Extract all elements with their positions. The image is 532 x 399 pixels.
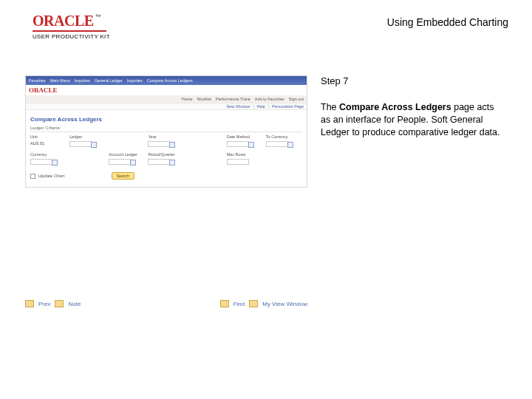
nav-item: General Ledger bbox=[95, 78, 123, 83]
brand-rule bbox=[33, 30, 106, 32]
update-chart-checkbox[interactable] bbox=[30, 174, 35, 179]
search-button[interactable]: Search bbox=[112, 172, 134, 180]
currency-input[interactable] bbox=[266, 141, 288, 147]
brand-word: ORACLE bbox=[33, 13, 94, 29]
step-label: Step 7 bbox=[321, 75, 504, 86]
desc-before: The bbox=[321, 102, 339, 112]
field-label: Period/Quarter bbox=[148, 152, 184, 157]
nav-item: Favorites bbox=[29, 78, 46, 83]
prev-label: Prev bbox=[38, 301, 50, 307]
peoplesoft-screenshot: Favorites Main Menu Inquiries General Le… bbox=[25, 75, 307, 188]
trademark-icon: ™ bbox=[95, 13, 101, 20]
note-icon[interactable] bbox=[55, 300, 64, 307]
subnav-item: Home bbox=[182, 97, 193, 101]
field-label: Date Method bbox=[227, 134, 263, 139]
step-description: The Compare Across Ledgers page acts as … bbox=[321, 101, 504, 139]
player-nav: Prev Note Find My View Window bbox=[25, 300, 307, 307]
ps-top-nav: Favorites Main Menu Inquiries General Le… bbox=[26, 76, 307, 85]
ledger-input[interactable] bbox=[69, 141, 92, 147]
find-label: Find bbox=[233, 301, 245, 307]
find-icon[interactable] bbox=[220, 300, 229, 307]
subnav-item: Performance Trace bbox=[216, 97, 250, 101]
date-method-input[interactable] bbox=[227, 141, 249, 147]
maxrows-input[interactable] bbox=[227, 159, 249, 165]
field-label: To Currency bbox=[266, 134, 302, 139]
view-label: My View Window bbox=[262, 301, 307, 307]
unit-value: AUS 01 bbox=[30, 141, 66, 148]
view-icon[interactable] bbox=[249, 300, 258, 307]
subnav-item: Add to Favorites bbox=[255, 97, 284, 101]
nav-item: Inquiries bbox=[127, 78, 143, 83]
period-input[interactable] bbox=[148, 159, 170, 165]
ps-subnav: Home Worklist Performance Trace Add to F… bbox=[26, 95, 307, 103]
nav-item: Compare Across Ledgers bbox=[147, 78, 193, 83]
field-label: Unit bbox=[30, 134, 66, 139]
nav-item: Main Menu bbox=[50, 78, 70, 83]
currency2-input[interactable] bbox=[30, 159, 52, 165]
field-label: Year bbox=[148, 134, 184, 139]
field-label: Account Ledger bbox=[109, 152, 145, 157]
ps-toolbar: New Window Help Personalize Page bbox=[26, 103, 307, 110]
doc-title: Using Embedded Charting bbox=[387, 13, 511, 28]
year-input[interactable] bbox=[148, 141, 170, 147]
checkbox-label: Update Chart bbox=[38, 174, 65, 178]
note-label: Note bbox=[68, 301, 81, 307]
brand-subtitle: USER PRODUCTIVITY KIT bbox=[33, 33, 110, 40]
nav-item: Inquiries bbox=[75, 78, 90, 83]
toolbar-link: Personalize Page bbox=[268, 104, 304, 109]
ps-section-label: Ledger Criteria bbox=[30, 126, 302, 132]
subnav-item: Sign out bbox=[289, 97, 304, 101]
toolbar-link: Help bbox=[253, 104, 265, 109]
field-label: Currency bbox=[30, 152, 66, 157]
desc-bold: Compare Across Ledgers bbox=[339, 102, 451, 112]
ps-page-title: Compare Across Ledgers bbox=[30, 116, 302, 123]
field-label: Max Rows bbox=[227, 152, 263, 157]
field-label: Ledger bbox=[69, 134, 106, 139]
ps-oracle-mini: ORACLE bbox=[29, 86, 58, 94]
toolbar-link: New Window bbox=[226, 104, 250, 109]
oracle-logo: ORACLE™ USER PRODUCTIVITY KIT bbox=[33, 13, 110, 40]
prev-icon[interactable] bbox=[25, 300, 34, 307]
acct-ledger-input[interactable] bbox=[109, 159, 131, 165]
subnav-item: Worklist bbox=[197, 97, 211, 101]
